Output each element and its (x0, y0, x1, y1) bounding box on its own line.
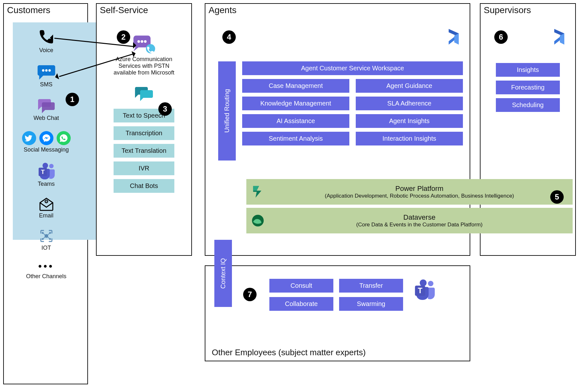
svg-text:T: T (41, 169, 44, 175)
sms-icon (37, 63, 56, 80)
otheremp-capabilities: Consult Transfer Collaborate Swarming (269, 279, 403, 311)
svg-text:@: @ (45, 200, 47, 203)
channel-email: @ Email (39, 197, 54, 219)
transfer-box: Transfer (339, 279, 403, 293)
svg-point-4 (39, 131, 53, 145)
supervisors-title: Supervisors (484, 5, 531, 15)
selfservice-content: Azure Communication Services with PSTN a… (97, 34, 191, 197)
svg-point-0 (42, 69, 44, 72)
messenger-icon (39, 131, 53, 145)
sla-box: SLA Adherence (356, 97, 463, 110)
unified-routing-bar: Unified Routing (218, 61, 236, 161)
interaction-box: Interaction Insights (356, 132, 463, 145)
agent-guidance-box: Agent Guidance (356, 79, 463, 93)
channel-other-label: Other Channels (26, 273, 66, 280)
channel-iot: IOT (38, 229, 54, 251)
transcription-box: Transcription (114, 126, 174, 140)
selfservice-title: Self-Service (100, 5, 148, 15)
dataverse-title: Dataverse (271, 213, 568, 222)
dataverse-box: Dataverse (Core Data & Events in the Cus… (246, 208, 573, 233)
dataverse-sub: (Core Data & Events in the Customer Data… (271, 222, 568, 228)
svg-point-28 (420, 279, 426, 286)
teams-icon: T (37, 163, 55, 179)
power-platform-box: Power Platform (Application Development,… (246, 179, 573, 205)
translation-box: Text Translation (114, 144, 174, 158)
svg-point-27 (428, 281, 433, 286)
channel-teams-label: Teams (38, 181, 55, 187)
email-icon: @ (39, 197, 54, 211)
sup-scheduling-box: Scheduling (496, 98, 560, 112)
agent-insights-box: Agent Insights (356, 114, 463, 128)
consult-box: Consult (269, 279, 333, 293)
case-mgmt-box: Case Management (242, 79, 349, 93)
channel-iot-label: IOT (42, 245, 51, 251)
badge-4: 4 (222, 30, 236, 44)
channel-webchat: Web Chat (34, 98, 59, 122)
agents-title: Agents (209, 5, 236, 15)
supervisors-capabilities: Insights Forecasting Scheduling (481, 63, 575, 112)
teams-icon-sme: T (413, 279, 436, 300)
channel-voice-label: Voice (39, 47, 53, 54)
customers-channels: Voice SMS Web Chat Social Messaging T Te… (4, 28, 89, 289)
selfservice-panel: Self-Service Azure Communication Service… (96, 3, 192, 256)
channel-social: Social Messaging (22, 131, 71, 153)
svg-point-7 (42, 163, 48, 168)
sup-insights-box: Insights (496, 63, 560, 77)
channel-email-label: Email (39, 212, 53, 219)
svg-point-22 (137, 40, 140, 43)
dynamics365-icon-sup (551, 28, 569, 46)
context-iq-bar: Context IQ (214, 240, 232, 307)
badge-2: 2 (117, 30, 130, 44)
agent-workspace-box: Agent Customer Service Workspace (242, 61, 463, 75)
channel-webchat-label: Web Chat (34, 115, 59, 122)
channel-sms-label: SMS (40, 81, 52, 88)
svg-text:T: T (418, 286, 423, 295)
channel-social-label: Social Messaging (24, 146, 69, 153)
iot-icon (38, 229, 54, 243)
svg-point-23 (141, 40, 143, 43)
badge-7: 7 (243, 288, 257, 301)
ivr-box: IVR (114, 161, 174, 175)
sup-forecasting-box: Forecasting (496, 81, 560, 94)
badge-5: 5 (550, 190, 564, 204)
channel-sms: SMS (37, 63, 56, 88)
whatsapp-icon (57, 131, 71, 145)
swarming-box: Swarming (339, 297, 403, 311)
sentiment-box: Sentiment Analysis (242, 132, 349, 145)
svg-point-24 (144, 40, 147, 43)
otheremp-title: Other Employees (subject matter experts) (212, 348, 366, 357)
power-platform-title: Power Platform (271, 184, 568, 193)
channel-other: ••• Other Channels (26, 261, 66, 280)
knowledge-mgmt-box: Knowledge Management (242, 97, 349, 110)
ellipsis-icon: ••• (38, 261, 54, 272)
twitter-icon (22, 131, 36, 145)
otheremp-panel: Consult Transfer Collaborate Swarming T … (205, 265, 470, 361)
dynamics365-icon (445, 28, 463, 46)
badge-3: 3 (158, 102, 172, 116)
svg-point-2 (48, 69, 51, 72)
customers-panel: Customers Voice SMS Web Chat Social Mess… (3, 3, 88, 384)
chatbots-box: Chat Bots (114, 179, 174, 193)
collaborate-box: Collaborate (269, 297, 333, 311)
arrowhead-acs-1 (133, 42, 136, 49)
webchat-icon (37, 98, 56, 114)
arrowhead-voice (50, 35, 53, 41)
badge-1: 1 (66, 93, 79, 106)
bot-chat-icon (134, 86, 154, 102)
svg-point-6 (49, 164, 53, 168)
dataverse-icon (251, 214, 265, 228)
svg-point-1 (45, 69, 48, 72)
power-platform-sub: (Application Development, Robotic Proces… (271, 193, 568, 199)
ai-assist-box: AI Assistance (242, 114, 349, 128)
badge-6: 6 (494, 30, 508, 44)
acs-label: Azure Communication Services with PSTN a… (109, 56, 179, 76)
agents-capabilities: Unified Routing Agent Customer Service W… (218, 61, 463, 161)
power-platform-icon (251, 185, 265, 199)
customers-title: Customers (7, 5, 50, 15)
channel-teams: T Teams (37, 163, 55, 187)
